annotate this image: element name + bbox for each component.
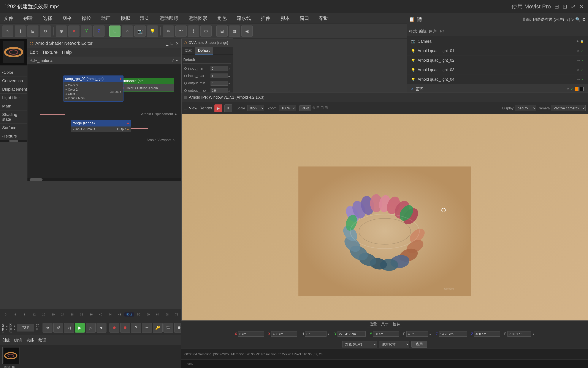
- frame-start-display[interactable]: 0 F: [9, 323, 12, 333]
- gv-output-max-field[interactable]: [211, 88, 228, 93]
- ipr-menu-icon[interactable]: ☰: [184, 106, 187, 110]
- tool-add[interactable]: ⊕: [56, 26, 67, 37]
- apply-button[interactable]: 应用: [411, 341, 427, 348]
- x-size-field[interactable]: [271, 331, 297, 337]
- channel-icon4[interactable]: ⊞: [325, 105, 328, 111]
- btn-move-tool[interactable]: ✛: [142, 323, 152, 333]
- tool-cube[interactable]: □: [109, 26, 121, 37]
- nav-color[interactable]: -Color: [0, 68, 27, 77]
- menu-mesh[interactable]: 网格: [61, 14, 73, 22]
- gv-spinner-up[interactable]: ▲: [228, 67, 230, 70]
- gv-input-min-field[interactable]: [211, 66, 228, 71]
- maximize-icon[interactable]: ⊡: [562, 3, 567, 10]
- p-spinner-up[interactable]: ▲: [429, 332, 431, 336]
- scene-item-quad2[interactable]: 💡 Arnold quad_light_02 ✏ ✓: [407, 56, 588, 65]
- scene-item-quad4[interactable]: 💡 Arnold quad_light_04 ✏ ✓: [407, 75, 588, 84]
- shader-canvas[interactable]: standard (sta... ● Color < Diffuse < Mai…: [27, 65, 181, 181]
- h-spinner-up[interactable]: ▲: [327, 332, 330, 336]
- gv-tab-basic[interactable]: 基本: [182, 47, 195, 55]
- shader-maximize-icon[interactable]: □: [171, 41, 173, 46]
- right-tab-user[interactable]: 用户: [429, 29, 437, 34]
- right-toolbar-attr-icon[interactable]: 📋: [409, 17, 415, 22]
- menu-simulate[interactable]: 模拟: [119, 14, 132, 22]
- btn-key[interactable]: 🔑: [153, 323, 163, 333]
- gv-output-min-field[interactable]: [211, 81, 228, 86]
- tool-viewport[interactable]: ▦: [229, 26, 240, 37]
- tool-light[interactable]: 💡: [147, 26, 158, 37]
- scene-item-quad1[interactable]: 💡 Arnold quad_light_01 ✏ ✓: [407, 46, 588, 56]
- scene-item-camera[interactable]: 📷 Camera 👁 🔒: [407, 37, 588, 46]
- tool-effector[interactable]: ⚙: [200, 26, 212, 37]
- channel-icon3[interactable]: ⊡: [320, 105, 324, 111]
- asset-tab-func[interactable]: 功能: [26, 338, 34, 343]
- nav-texture[interactable]: -Texture: [0, 132, 27, 140]
- tool-pen[interactable]: ✏: [163, 26, 174, 37]
- shader-menu-edit[interactable]: Edit: [30, 49, 38, 55]
- shader-menu-help[interactable]: Help: [62, 49, 72, 55]
- torus-edit-icon[interactable]: ✏: [567, 87, 570, 91]
- menu-manipulate[interactable]: 操控: [80, 14, 93, 22]
- y-size-field[interactable]: [373, 331, 399, 337]
- window-controls[interactable]: 使用 Movist Pro ⊟ ⊡ ⤢ ✕: [512, 3, 584, 10]
- check-icon-4[interactable]: ✓: [581, 78, 584, 81]
- display-select[interactable]: beautydiffusespecular: [515, 105, 536, 111]
- right-nav-right[interactable]: ▷: [571, 17, 574, 22]
- gv-spinner-up3[interactable]: ▲: [228, 82, 230, 85]
- prop-tab-pos[interactable]: 位置: [369, 322, 377, 327]
- lock-icon[interactable]: 🔒: [580, 40, 584, 43]
- spin-down[interactable]: ▼: [6, 328, 8, 331]
- asset-thumbnail[interactable]: [2, 347, 19, 364]
- tool-y[interactable]: Y: [81, 26, 92, 37]
- torus-check-icon[interactable]: ✓: [571, 87, 573, 91]
- btn-auto-key[interactable]: ⏺: [120, 323, 130, 333]
- node-range[interactable]: range (range) ● ●input < Default Output …: [70, 120, 131, 132]
- nav-shading-state[interactable]: Shading state: [0, 110, 27, 124]
- right-search-icon[interactable]: 🔍: [575, 17, 581, 22]
- prop-tab-rot[interactable]: 旋转: [393, 322, 400, 327]
- tool-camera[interactable]: 📷: [134, 26, 146, 37]
- scrollbar-thumb[interactable]: [30, 178, 43, 181]
- node-standard[interactable]: standard (sta... ● Color < Diffuse < Mai…: [120, 78, 174, 92]
- right-tab-edit[interactable]: 编辑: [419, 29, 427, 34]
- tool-scale[interactable]: ⊞: [27, 26, 38, 37]
- tool-x[interactable]: ✕: [68, 26, 79, 37]
- menu-render[interactable]: 渲染: [138, 14, 151, 22]
- eye-icon[interactable]: 👁: [576, 40, 579, 43]
- frame-current-display[interactable]: 0 F: [2, 323, 4, 333]
- btn-jump-end[interactable]: ⏭: [97, 323, 106, 333]
- shader-menu-texture[interactable]: Texture: [42, 49, 58, 55]
- y-pos-field[interactable]: [338, 331, 366, 337]
- fullscreen-icon[interactable]: ⤢: [571, 3, 575, 10]
- view-menu[interactable]: View: [189, 106, 197, 110]
- edit-icon-1[interactable]: ✏: [577, 49, 580, 53]
- node-ramp[interactable]: ramp_rgb_02 (ramp_rgb) ● ● Color 3 ● Col…: [63, 75, 123, 102]
- btn-prev-frame[interactable]: ◁: [64, 323, 74, 333]
- zoom-select[interactable]: 100%50%200%: [279, 105, 296, 111]
- btn-play[interactable]: ▶: [75, 323, 85, 333]
- edit-icon-4[interactable]: ✏: [577, 78, 580, 81]
- rgb-btn[interactable]: RGB: [299, 105, 312, 111]
- check-icon-3[interactable]: ✓: [581, 68, 584, 72]
- tool-render-preview[interactable]: ◉: [241, 26, 253, 37]
- nav-displacement[interactable]: Displacement: [0, 85, 27, 94]
- gv-spinner-up4[interactable]: ▲: [228, 89, 230, 92]
- menu-script[interactable]: 脚本: [279, 14, 291, 22]
- menu-motion-graph[interactable]: 运动图形: [187, 14, 209, 22]
- edit-icon-3[interactable]: ✏: [577, 68, 580, 72]
- coord-mode-select[interactable]: 对象 (相对) 世界坐标: [342, 341, 377, 348]
- scene-item-quad3[interactable]: 💡 Arnold quad_light_03 ✏ ✓: [407, 65, 588, 75]
- torus-black-swatch[interactable]: [580, 87, 584, 91]
- pause-btn[interactable]: ⏸: [224, 104, 232, 112]
- spin-up2[interactable]: ▲: [13, 324, 16, 328]
- menu-character[interactable]: 角色: [216, 14, 228, 22]
- tool-spline[interactable]: 〜: [175, 26, 187, 37]
- tool-grid[interactable]: ⊞: [216, 26, 228, 37]
- expand-icon[interactable]: ⤢: [171, 58, 174, 63]
- minimize-icon[interactable]: ⊟: [554, 3, 559, 10]
- gv-tab-default[interactable]: Default: [195, 47, 213, 55]
- right-tab-mode[interactable]: 模式: [409, 29, 417, 34]
- btn-next-frame[interactable]: ▷: [86, 323, 96, 333]
- nav-math[interactable]: Math: [0, 102, 27, 110]
- close-icon[interactable]: ✕: [579, 3, 584, 10]
- b-rot-field[interactable]: [508, 331, 531, 337]
